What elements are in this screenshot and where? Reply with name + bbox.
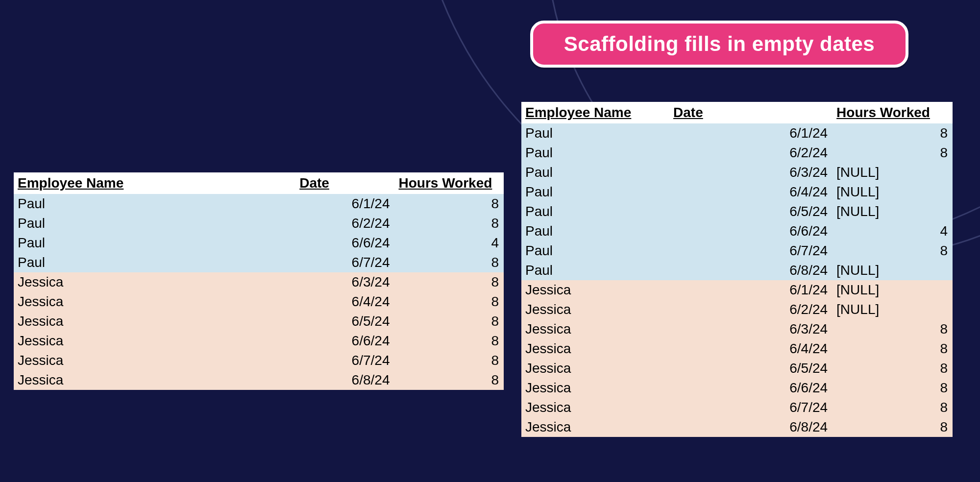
- cell-hours-worked: 8: [394, 194, 504, 214]
- cell-date: 6/7/24: [295, 351, 394, 370]
- cell-date: 6/6/24: [295, 233, 394, 253]
- cell-employee-name: Jessica: [521, 398, 669, 417]
- table-row: Jessica6/3/248: [521, 319, 953, 339]
- cell-employee-name: Jessica: [521, 378, 669, 398]
- cell-employee-name: Paul: [521, 143, 669, 163]
- table-row: Jessica6/8/248: [14, 370, 504, 390]
- cell-hours-worked: 8: [833, 378, 953, 398]
- table-row: Jessica6/6/248: [521, 378, 953, 398]
- cell-date: 6/7/24: [669, 398, 833, 417]
- cell-hours-worked: 8: [394, 292, 504, 312]
- cell-employee-name: Jessica: [14, 272, 295, 292]
- cell-hours-worked: 8: [394, 351, 504, 370]
- cell-hours-worked: 8: [833, 123, 953, 143]
- table-header-row: Employee Name Date Hours Worked: [14, 172, 504, 194]
- table-row: Paul6/6/244: [521, 221, 953, 241]
- cell-hours-worked: 8: [394, 272, 504, 292]
- table-row: Jessica6/7/248: [14, 351, 504, 370]
- table-row: Paul6/7/248: [14, 253, 504, 272]
- cell-employee-name: Paul: [521, 261, 669, 280]
- table-row: Paul6/2/248: [14, 214, 504, 233]
- table-row: Paul6/4/24[NULL]: [521, 182, 953, 202]
- cell-date: 6/2/24: [669, 143, 833, 163]
- col-header-hours-worked: Hours Worked: [833, 102, 953, 123]
- col-header-employee-name: Employee Name: [14, 172, 295, 194]
- scaffolded-table: Employee Name Date Hours Worked Paul6/1/…: [521, 102, 953, 437]
- cell-date: 6/8/24: [669, 261, 833, 280]
- cell-hours-worked: 8: [833, 143, 953, 163]
- table-row: Paul6/3/24[NULL]: [521, 163, 953, 182]
- table-row: Jessica6/5/248: [14, 312, 504, 331]
- cell-employee-name: Paul: [521, 221, 669, 241]
- cell-date: 6/1/24: [669, 280, 833, 300]
- cell-date: 6/7/24: [295, 253, 394, 272]
- cell-employee-name: Jessica: [14, 370, 295, 390]
- cell-hours-worked: 8: [833, 241, 953, 261]
- cell-hours-worked: 8: [394, 370, 504, 390]
- cell-employee-name: Jessica: [521, 280, 669, 300]
- cell-hours-worked: 4: [833, 221, 953, 241]
- cell-employee-name: Paul: [14, 233, 295, 253]
- cell-employee-name: Paul: [14, 214, 295, 233]
- cell-date: 6/1/24: [669, 123, 833, 143]
- cell-date: 6/3/24: [295, 272, 394, 292]
- cell-employee-name: Jessica: [14, 351, 295, 370]
- cell-employee-name: Paul: [521, 123, 669, 143]
- table-row: Jessica6/2/24[NULL]: [521, 300, 953, 319]
- table-row: Jessica6/8/248: [521, 417, 953, 437]
- cell-date: 6/4/24: [669, 182, 833, 202]
- table-header-row: Employee Name Date Hours Worked: [521, 102, 953, 123]
- table-row: Jessica6/1/24[NULL]: [521, 280, 953, 300]
- table-row: Jessica6/6/248: [14, 331, 504, 351]
- table-row: Paul6/5/24[NULL]: [521, 202, 953, 221]
- cell-employee-name: Paul: [14, 253, 295, 272]
- cell-employee-name: Jessica: [521, 319, 669, 339]
- cell-hours-worked: 8: [394, 253, 504, 272]
- cell-date: 6/6/24: [669, 378, 833, 398]
- table-row: Paul6/6/244: [14, 233, 504, 253]
- cell-date: 6/7/24: [669, 241, 833, 261]
- table-row: Jessica6/5/248: [521, 359, 953, 378]
- cell-date: 6/5/24: [295, 312, 394, 331]
- cell-hours-worked: 4: [394, 233, 504, 253]
- callout-title: Scaffolding fills in empty dates: [530, 21, 908, 68]
- cell-date: 6/4/24: [295, 292, 394, 312]
- table-row: Paul6/2/248: [521, 143, 953, 163]
- cell-date: 6/5/24: [669, 202, 833, 221]
- cell-employee-name: Jessica: [521, 359, 669, 378]
- cell-hours-worked: [NULL]: [833, 202, 953, 221]
- cell-hours-worked: 8: [394, 331, 504, 351]
- table-row: Paul6/1/248: [14, 194, 504, 214]
- cell-hours-worked: 8: [394, 214, 504, 233]
- cell-hours-worked: [NULL]: [833, 182, 953, 202]
- cell-hours-worked: 8: [833, 319, 953, 339]
- cell-hours-worked: [NULL]: [833, 261, 953, 280]
- cell-hours-worked: [NULL]: [833, 280, 953, 300]
- cell-date: 6/2/24: [669, 300, 833, 319]
- cell-hours-worked: [NULL]: [833, 163, 953, 182]
- table-row: Paul6/7/248: [521, 241, 953, 261]
- cell-date: 6/8/24: [669, 417, 833, 437]
- cell-hours-worked: 8: [833, 339, 953, 359]
- cell-employee-name: Paul: [521, 241, 669, 261]
- cell-hours-worked: 8: [833, 398, 953, 417]
- table-row: Paul6/8/24[NULL]: [521, 261, 953, 280]
- cell-date: 6/6/24: [295, 331, 394, 351]
- cell-hours-worked: 8: [833, 359, 953, 378]
- cell-employee-name: Paul: [521, 202, 669, 221]
- cell-date: 6/1/24: [295, 194, 394, 214]
- col-header-date: Date: [295, 172, 394, 194]
- cell-employee-name: Paul: [521, 163, 669, 182]
- table-row: Jessica6/3/248: [14, 272, 504, 292]
- source-table: Employee Name Date Hours Worked Paul6/1/…: [14, 172, 504, 390]
- cell-hours-worked: [NULL]: [833, 300, 953, 319]
- cell-employee-name: Paul: [521, 182, 669, 202]
- col-header-employee-name: Employee Name: [521, 102, 669, 123]
- table-row: Jessica6/7/248: [521, 398, 953, 417]
- cell-date: 6/2/24: [295, 214, 394, 233]
- cell-employee-name: Jessica: [521, 300, 669, 319]
- cell-hours-worked: 8: [394, 312, 504, 331]
- table-row: Jessica6/4/248: [14, 292, 504, 312]
- cell-date: 6/4/24: [669, 339, 833, 359]
- cell-date: 6/8/24: [295, 370, 394, 390]
